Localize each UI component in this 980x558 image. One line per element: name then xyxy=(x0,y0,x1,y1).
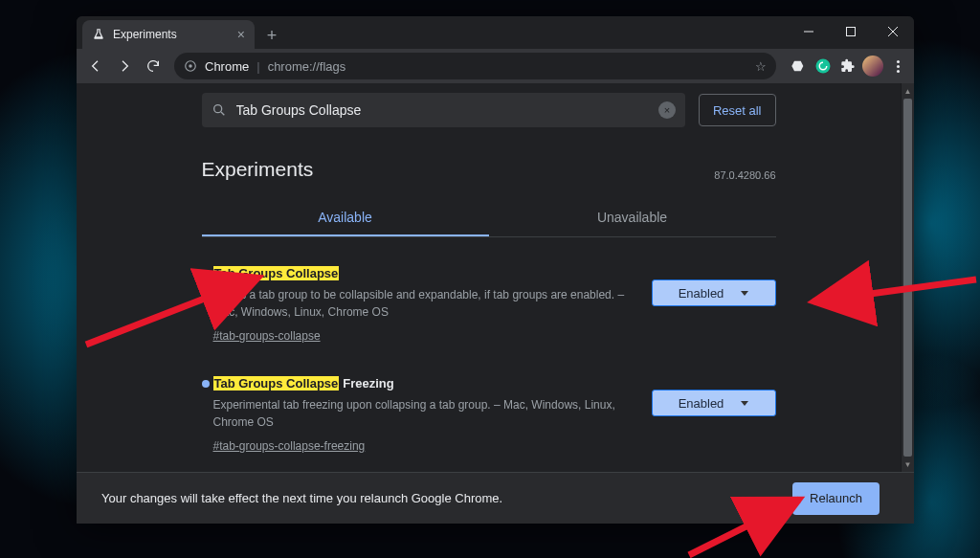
bookmark-star-icon[interactable]: ☆ xyxy=(755,59,767,74)
experiment-description: Allows a tab group to be collapsible and… xyxy=(213,286,633,321)
relaunch-footer: Your changes will take effect the next t… xyxy=(77,472,914,524)
svg-point-7 xyxy=(213,105,221,113)
reload-button[interactable] xyxy=(140,53,167,79)
scroll-up-button[interactable]: ▲ xyxy=(902,83,914,99)
footer-message: Your changes will take effect the next t… xyxy=(101,491,792,505)
chrome-version: 87.0.4280.66 xyxy=(714,169,775,181)
tab-available[interactable]: Available xyxy=(202,200,489,236)
address-bar[interactable]: Chrome | chrome://flags ☆ xyxy=(174,53,776,79)
experiment-link[interactable]: #tab-groups-collapse xyxy=(213,329,321,343)
experiment-row: Tab Groups Collapse Allows a tab group t… xyxy=(202,266,776,344)
extension-icon[interactable] xyxy=(788,56,809,77)
reset-all-button[interactable]: Reset all xyxy=(699,94,776,126)
extension-icons xyxy=(788,56,908,77)
experiment-dropdown[interactable]: Enabled xyxy=(652,279,776,306)
page-title: Experiments xyxy=(202,158,314,181)
browser-menu-button[interactable] xyxy=(887,56,908,77)
scroll-thumb[interactable] xyxy=(903,99,912,457)
experiment-title: Tab Groups Collapse Freezing xyxy=(202,376,633,391)
scroll-down-button[interactable]: ▼ xyxy=(902,457,914,472)
svg-point-5 xyxy=(189,64,192,68)
extensions-puzzle-icon[interactable] xyxy=(837,56,858,77)
back-button[interactable] xyxy=(82,53,109,79)
flask-icon xyxy=(92,28,105,41)
new-tab-button[interactable]: + xyxy=(258,22,285,49)
tab-unavailable[interactable]: Unavailable xyxy=(489,200,776,236)
close-window-button[interactable] xyxy=(872,16,914,47)
url-scheme: Chrome xyxy=(205,59,249,74)
svg-rect-1 xyxy=(847,28,856,36)
minimize-button[interactable] xyxy=(788,16,830,47)
experiment-title: Tab Groups Collapse xyxy=(202,266,633,280)
experiment-link[interactable]: #tab-groups-collapse-freezing xyxy=(213,439,366,453)
chrome-icon xyxy=(184,59,197,73)
page-content: × Reset all Experiments 87.0.4280.66 Ava… xyxy=(77,83,914,472)
experiment-dropdown[interactable]: Enabled xyxy=(652,390,776,416)
svg-point-6 xyxy=(816,59,831,74)
tabstrip: Experiments × + xyxy=(77,16,788,49)
grammarly-icon[interactable] xyxy=(813,56,834,77)
maximize-button[interactable] xyxy=(830,16,872,47)
tab-title: Experiments xyxy=(113,28,230,41)
close-tab-icon[interactable]: × xyxy=(237,27,245,42)
flags-tabs: Available Unavailable xyxy=(202,200,776,237)
experiment-description: Experimental tab freezing upon collapsin… xyxy=(213,396,633,431)
browser-window: Experiments × + Chrome | chrome://flags … xyxy=(77,16,914,524)
profile-avatar[interactable] xyxy=(862,56,883,77)
browser-tab[interactable]: Experiments × xyxy=(82,20,255,49)
forward-button[interactable] xyxy=(111,53,138,79)
search-input[interactable] xyxy=(236,102,649,118)
relaunch-button[interactable]: Relaunch xyxy=(792,482,880,515)
status-dot-icon xyxy=(202,270,210,278)
flags-search-box[interactable]: × xyxy=(202,93,685,127)
experiment-row: Tab Groups Collapse Freezing Experimenta… xyxy=(202,376,776,454)
url-path: chrome://flags xyxy=(268,59,346,74)
search-icon xyxy=(212,102,227,118)
window-controls xyxy=(788,16,914,47)
browser-titlebar: Experiments × + xyxy=(77,16,914,49)
vertical-scrollbar[interactable]: ▲ ▼ xyxy=(901,83,914,472)
status-dot-icon xyxy=(202,380,210,388)
clear-search-icon[interactable]: × xyxy=(658,101,676,119)
browser-toolbar: Chrome | chrome://flags ☆ xyxy=(77,49,914,83)
svg-line-8 xyxy=(221,112,224,115)
